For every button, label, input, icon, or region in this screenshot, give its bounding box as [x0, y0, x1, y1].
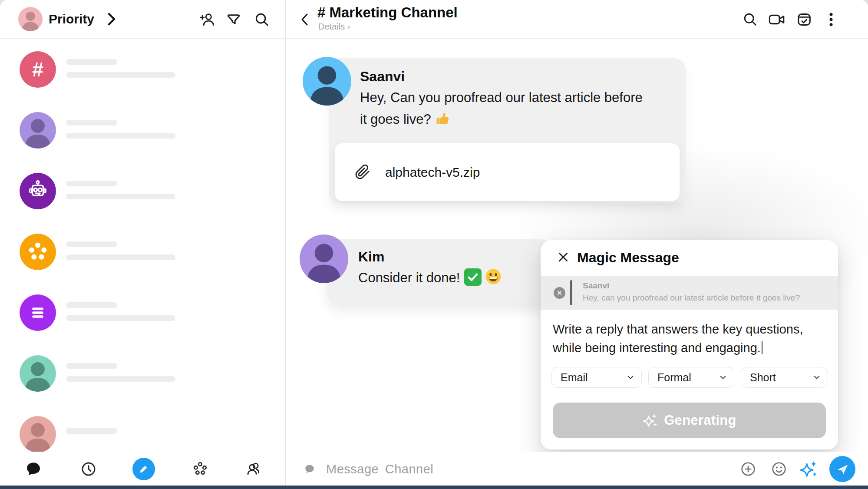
message-bubble: Saanvi Hey, Can you proofread our latest… [329, 58, 686, 203]
message-text: Hey, Can you proofread our latest articl… [360, 87, 647, 130]
kebab-menu-icon[interactable] [825, 11, 837, 28]
app-window: Priority # [0, 0, 868, 486]
bot-avatar [20, 173, 56, 209]
chat-bubble-icon [304, 463, 315, 475]
robot-icon [25, 178, 50, 204]
emoji-icon[interactable] [771, 461, 787, 477]
paper-plane-icon [835, 462, 850, 476]
person-silhouette-icon [300, 235, 348, 283]
person-avatar [20, 355, 56, 392]
close-icon [557, 290, 562, 296]
prompt-input[interactable]: Write a reply that answers the key quest… [553, 320, 829, 357]
chevron-down-icon [813, 373, 821, 381]
person-silhouette-icon [20, 112, 56, 149]
message-list: Saanvi Hey, Can you proofread our latest… [286, 38, 868, 452]
message-bubble: Kim Consider it done! [327, 239, 553, 303]
screen-bottom-strip [0, 486, 868, 489]
list-item[interactable]: # [0, 39, 285, 100]
message-avatar[interactable] [300, 235, 348, 283]
user-avatar[interactable] [18, 7, 43, 31]
list-item[interactable] [0, 343, 285, 404]
sidebar-title: Priority [49, 0, 94, 38]
placeholder-bar [66, 194, 175, 199]
check-mark-emoji [464, 268, 482, 286]
placeholder-bar [66, 241, 117, 247]
search-icon[interactable] [742, 11, 758, 27]
conversation-list: # [0, 39, 285, 452]
list-lines-icon [26, 301, 50, 325]
message-text: Consider it done! [358, 267, 549, 289]
channel-title: # Marketing Channel [317, 4, 458, 21]
magic-sparkles-icon[interactable] [799, 459, 818, 479]
app-avatar [20, 234, 56, 270]
placeholder-bar [66, 315, 175, 321]
apps-cluster-tab-icon[interactable] [191, 460, 209, 478]
chevron-right-icon[interactable] [107, 12, 116, 26]
list-item[interactable] [0, 282, 285, 343]
quote-author: Saanvi [583, 281, 609, 291]
add-person-icon[interactable] [199, 11, 216, 28]
list-avatar [20, 294, 56, 331]
message-input[interactable]: Message Channel [299, 452, 690, 486]
filter-icon[interactable] [225, 11, 242, 28]
attachment-card[interactable]: alphatech-v5.zip [335, 143, 680, 201]
person-silhouette-icon [303, 57, 351, 106]
send-button[interactable] [829, 456, 855, 482]
format-dropdown[interactable]: Email [551, 367, 642, 388]
message-placeholder: Message Channel [326, 452, 433, 486]
chat-panel: # Marketing Channel Details › Saanvi Hey… [286, 0, 868, 486]
paperclip-icon [355, 164, 370, 180]
placeholder-bar [66, 363, 117, 369]
quote-text: Hey, can you proofread our latest articl… [583, 293, 800, 303]
person-silhouette-icon [20, 416, 56, 452]
length-dropdown[interactable]: Short [741, 367, 828, 388]
message-author: Saanvi [360, 69, 405, 85]
list-item[interactable] [0, 404, 285, 452]
placeholder-bar [66, 302, 117, 308]
thumbs-up-emoji [434, 111, 450, 127]
list-item[interactable] [0, 221, 285, 282]
channel-details-link[interactable]: Details › [318, 22, 350, 32]
popup-title: Magic Message [577, 250, 679, 266]
chats-tab-icon[interactable] [25, 460, 42, 478]
placeholder-bar [66, 376, 175, 382]
placeholder-bar [66, 72, 175, 78]
dots-cluster-icon [26, 240, 50, 264]
placeholder-bar [66, 133, 175, 139]
placeholder-bar [66, 120, 117, 126]
text-cursor [762, 341, 762, 354]
channel-avatar: # [20, 51, 56, 88]
composer-bar: Message Channel [286, 452, 868, 486]
person-silhouette-icon [18, 7, 43, 31]
add-attachment-icon[interactable] [740, 461, 756, 477]
contacts-tab-icon[interactable] [245, 460, 262, 478]
list-item[interactable] [0, 161, 285, 221]
placeholder-bar [66, 59, 117, 65]
pencil-icon [138, 463, 150, 475]
attachment-filename: alphatech-v5.zip [385, 143, 480, 201]
compose-tab-button[interactable] [132, 458, 155, 480]
placeholder-bar [66, 428, 117, 434]
sidebar: Priority # [0, 0, 286, 486]
recent-clock-tab-icon[interactable] [80, 460, 97, 478]
search-icon[interactable] [254, 11, 270, 28]
back-chevron-icon[interactable] [299, 12, 310, 27]
sidebar-footer-nav [0, 452, 285, 486]
chat-header: # Marketing Channel Details › [286, 0, 868, 39]
message-avatar[interactable] [303, 57, 351, 106]
close-icon[interactable] [557, 251, 570, 264]
tasks-icon[interactable] [795, 11, 813, 28]
chevron-down-icon [627, 373, 634, 381]
video-call-icon[interactable] [768, 10, 786, 29]
list-item[interactable] [0, 100, 285, 161]
generating-button[interactable]: Generating [553, 403, 826, 438]
hash-icon: # [32, 59, 43, 79]
remove-quote-button[interactable] [554, 287, 565, 299]
person-avatar [20, 112, 56, 149]
grinning-face-emoji [484, 268, 502, 286]
person-avatar [20, 416, 56, 452]
person-silhouette-icon [20, 355, 56, 392]
sparkles-icon [642, 413, 658, 428]
quote-bar [570, 280, 572, 305]
tone-dropdown[interactable]: Formal [648, 367, 734, 388]
